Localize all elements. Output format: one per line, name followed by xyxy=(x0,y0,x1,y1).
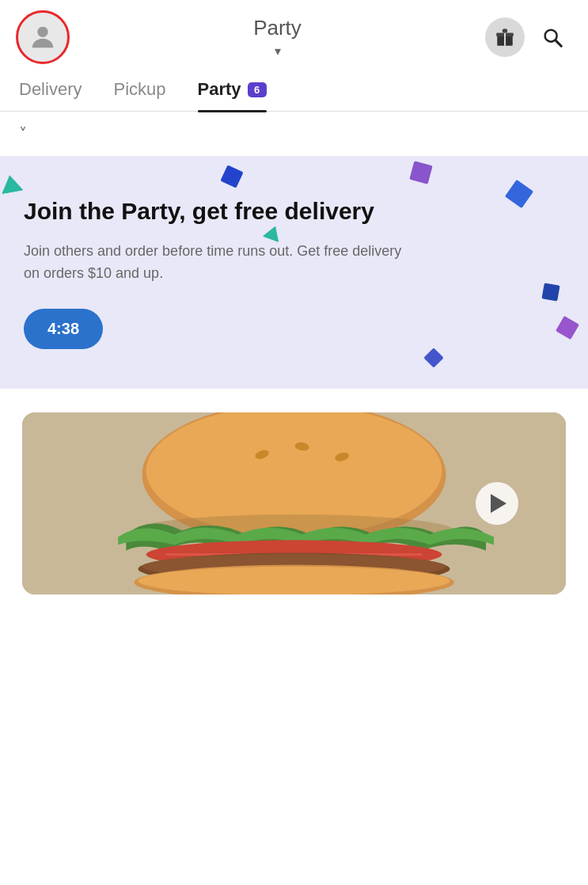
confetti-teal-triangle-1 xyxy=(0,173,24,194)
user-icon xyxy=(27,21,59,53)
svg-line-5 xyxy=(556,40,561,46)
confetti-blue-square-4 xyxy=(424,348,444,368)
header-title: Party xyxy=(253,16,302,40)
svg-point-18 xyxy=(138,566,450,594)
confetti-purple-square-1 xyxy=(409,161,432,184)
tabs-bar: Delivery Pickup Party 6 xyxy=(0,79,588,112)
header-title-group: Party ▾ xyxy=(70,16,485,59)
party-banner: Join the Party, get free delivery Join o… xyxy=(0,156,588,389)
confetti-blue-square-3 xyxy=(541,283,560,301)
confetti-blue-square-1 xyxy=(221,165,244,188)
play-icon xyxy=(491,494,506,513)
banner-description: Join others and order before time runs o… xyxy=(24,241,419,285)
food-section xyxy=(0,389,588,594)
party-tab-badge: 6 xyxy=(248,82,267,97)
gift-icon xyxy=(495,27,515,47)
rewards-button[interactable] xyxy=(485,17,525,57)
food-image-card[interactable] xyxy=(22,412,566,594)
header-chevron-icon[interactable]: ▾ xyxy=(275,44,281,59)
tab-delivery[interactable]: Delivery xyxy=(19,79,82,111)
header-actions xyxy=(485,17,572,57)
tab-party[interactable]: Party 6 xyxy=(198,79,267,111)
banner-title: Join the Party, get free delivery xyxy=(24,196,564,226)
avatar[interactable] xyxy=(16,10,70,64)
app-header: Party ▾ xyxy=(0,0,588,63)
tabs-list: Delivery Pickup Party 6 xyxy=(19,79,569,111)
play-button[interactable] xyxy=(476,482,518,525)
sub-header-chevron-icon: ˅ xyxy=(19,124,27,143)
tab-pickup[interactable]: Pickup xyxy=(113,79,165,111)
confetti-purple-square-2 xyxy=(556,316,579,340)
svg-point-0 xyxy=(37,27,47,37)
search-button[interactable] xyxy=(533,17,572,57)
sub-header-filter[interactable]: ˅ xyxy=(0,112,588,156)
search-icon xyxy=(541,25,564,49)
timer-button[interactable]: 4:38 xyxy=(24,309,103,349)
